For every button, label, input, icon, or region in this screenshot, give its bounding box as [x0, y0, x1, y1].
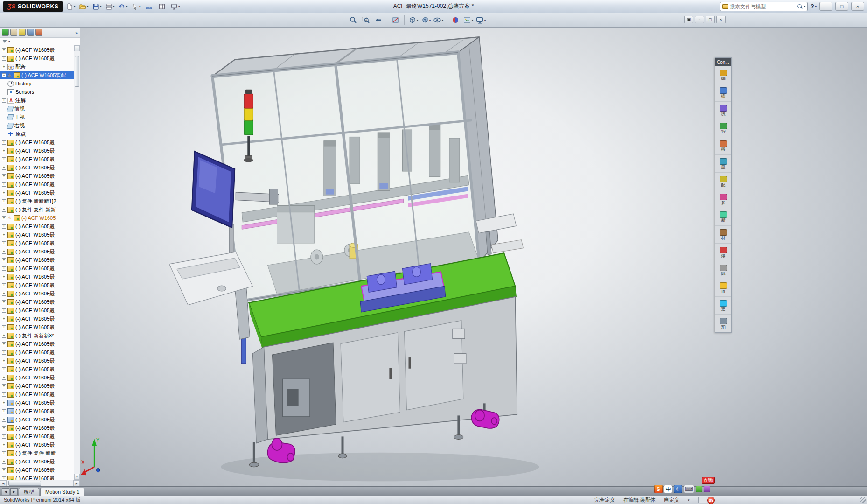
- task-pane-tab[interactable]: Con...: [715, 58, 731, 66]
- tree-item[interactable]: + (-) ACF W1605最: [0, 155, 74, 163]
- sogou-input-icon[interactable]: S: [654, 485, 663, 493]
- tree-item[interactable]: + (-) ACF W1605最: [0, 239, 74, 247]
- apply-scene-button[interactable]: ▾: [462, 14, 474, 26]
- tree-expander[interactable]: +: [2, 65, 6, 69]
- tree-item[interactable]: + (-) ACF W1605最: [0, 189, 74, 197]
- tab-display-manager[interactable]: [35, 29, 42, 36]
- tree-expander[interactable]: +: [2, 292, 6, 296]
- scroll-thumb[interactable]: [8, 481, 41, 486]
- tabs-overflow-chevron[interactable]: »: [75, 30, 78, 35]
- print-button[interactable]: ▾: [104, 1, 115, 12]
- open-document-button[interactable]: ▾: [78, 1, 89, 12]
- tree-item[interactable]: + (-) ACF W1605最: [0, 180, 74, 189]
- doc-maximize-button[interactable]: □: [706, 16, 715, 23]
- tree-item[interactable]: + (-) ACF W1605最: [0, 441, 74, 449]
- tree-expander[interactable]: +: [2, 216, 6, 220]
- status-custom[interactable]: 自定义: [664, 497, 679, 504]
- tree-expander[interactable]: +: [2, 174, 6, 178]
- tree-item[interactable]: + (-) 复件 复件 新新: [0, 205, 74, 214]
- tree-item[interactable]: + (-) ACF W1605最: [0, 466, 74, 474]
- chevron-down-icon[interactable]: ▾: [8, 40, 10, 43]
- tree-item[interactable]: + (-) ACF W1605最: [0, 365, 74, 373]
- tree-expander[interactable]: +: [2, 367, 6, 371]
- right-toolbar-button[interactable]: 参: [715, 190, 731, 208]
- tree-item[interactable]: + (-) ACF W1605最: [0, 432, 74, 441]
- doc-restore-icon[interactable]: ▣: [684, 16, 693, 23]
- tree-expander[interactable]: +: [2, 443, 6, 447]
- display-style-button[interactable]: ▾: [420, 14, 431, 26]
- scroll-up-icon[interactable]: ▲: [74, 45, 80, 51]
- right-toolbar-button[interactable]: 配: [715, 173, 731, 190]
- tree-expander[interactable]: +: [2, 308, 6, 313]
- tray-green-icon[interactable]: [696, 486, 702, 492]
- tree-item[interactable]: + ⚠ (-) ACF W1605: [0, 214, 74, 222]
- tree-item[interactable]: + (-) ACF W1605最: [0, 163, 74, 172]
- tree-item[interactable]: + (-) ACF W1605最: [0, 231, 74, 239]
- tree-item[interactable]: + (-) ACF W1605最: [0, 315, 74, 323]
- tree-item[interactable]: + (-) ACF W1605最: [0, 340, 74, 348]
- help-menu[interactable]: ? ▾: [811, 3, 817, 10]
- right-toolbar-button[interactable]: 线: [715, 102, 731, 119]
- scroll-track[interactable]: [7, 480, 73, 486]
- tree-item[interactable]: + (-) ACF W1605最: [0, 298, 74, 306]
- tree-item[interactable]: + (-) ACF W1605最: [0, 273, 74, 281]
- tree-expander[interactable]: +: [2, 98, 6, 103]
- tree-item[interactable]: + (-) ACF W1605最: [0, 247, 74, 256]
- tree-expander[interactable]: +: [2, 359, 6, 363]
- tree-expander[interactable]: +: [2, 140, 6, 145]
- right-toolbar-button[interactable]: In: [715, 279, 731, 297]
- tree-expander[interactable]: +: [2, 258, 6, 262]
- tree-expander[interactable]: +: [2, 157, 6, 161]
- right-toolbar-button[interactable]: 显: [715, 155, 731, 173]
- tree-item[interactable]: + (-) ACF W1605最: [0, 281, 74, 289]
- right-toolbar-button[interactable]: 拍: [715, 315, 731, 332]
- options-button[interactable]: ▾: [169, 1, 181, 12]
- view-orientation-button[interactable]: ▾: [407, 14, 419, 26]
- tab-configuration-manager[interactable]: [19, 29, 26, 36]
- right-toolbar-button[interactable]: 材: [715, 226, 731, 244]
- tree-expander[interactable]: +: [2, 317, 6, 321]
- search-icon[interactable]: [797, 4, 803, 9]
- tree-expander[interactable]: +: [2, 426, 6, 430]
- tree-expander[interactable]: +: [2, 392, 6, 397]
- tree-expander[interactable]: +: [2, 275, 6, 279]
- tree-expander[interactable]: +: [2, 376, 6, 380]
- tree-item[interactable]: + (-) ACF W1605最: [0, 264, 74, 273]
- tree-expander[interactable]: +: [2, 48, 6, 52]
- right-toolbar-button[interactable]: 爆: [715, 244, 731, 261]
- tree-item[interactable]: + (-) ACF W1605最: [0, 399, 74, 407]
- tree-expander[interactable]: +: [2, 250, 6, 254]
- tree-item[interactable]: 原点: [0, 130, 74, 138]
- tree-item[interactable]: - ⚠ (-) ACF W1605装配: [0, 71, 74, 79]
- filter-funnel-icon[interactable]: [2, 40, 7, 43]
- tree-expander[interactable]: +: [2, 149, 6, 153]
- tree-expander[interactable]: +: [2, 434, 6, 439]
- right-toolbar-button[interactable]: 隐: [715, 261, 731, 279]
- close-button[interactable]: ×: [851, 2, 864, 11]
- table-tool-button[interactable]: [156, 1, 168, 12]
- tree-item[interactable]: + (-) 复件 新新新3^: [0, 331, 74, 340]
- undo-button[interactable]: ▾: [117, 1, 128, 12]
- search-box[interactable]: ▾: [720, 2, 808, 11]
- tab-property-manager[interactable]: [10, 29, 17, 36]
- scroll-track[interactable]: [74, 51, 80, 474]
- zoom-area-button[interactable]: [360, 14, 371, 26]
- tree-expander[interactable]: +: [2, 468, 6, 472]
- tree-item[interactable]: + 配合: [0, 63, 74, 71]
- tree-item[interactable]: + (-) ACF W1605最: [0, 415, 74, 424]
- tree-item[interactable]: + (-) 复件 复件 新新: [0, 449, 74, 457]
- notification-tag[interactable]: 点我!: [702, 477, 715, 484]
- right-toolbar-button[interactable]: 插: [715, 84, 731, 102]
- fullwidth-toggle-icon[interactable]: ☾: [674, 485, 682, 493]
- tab-dimxpert-manager[interactable]: [27, 29, 34, 36]
- tree-expander[interactable]: +: [2, 460, 6, 464]
- tree-expander[interactable]: +: [2, 56, 6, 61]
- minimize-button[interactable]: −: [819, 2, 832, 11]
- tree-item[interactable]: + (-) ACF W1605最: [0, 474, 74, 480]
- tree-item[interactable]: + (-) ACF W1605最: [0, 306, 74, 315]
- tree-item[interactable]: + (-) ACF W1605最: [0, 390, 74, 399]
- tree-item[interactable]: + (-) ACF W1605最: [0, 424, 74, 432]
- tree-expander[interactable]: +: [2, 334, 6, 338]
- tree-item[interactable]: Sensors: [0, 88, 74, 96]
- measure-tool-button[interactable]: [143, 1, 154, 12]
